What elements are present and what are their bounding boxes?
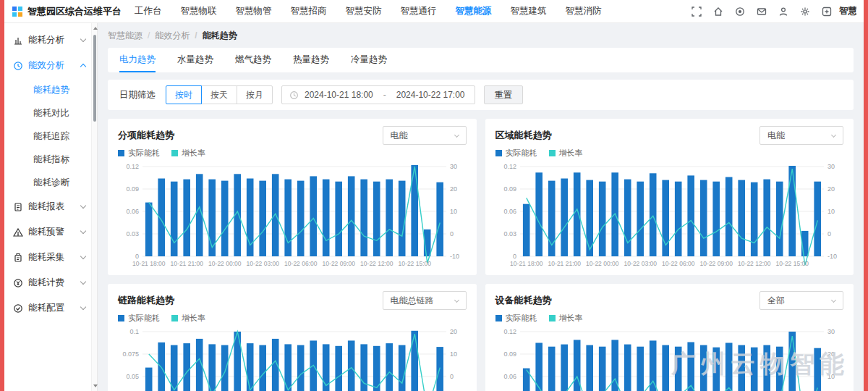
svg-text:0.06: 0.06 (503, 373, 516, 380)
topbar-actions (692, 7, 832, 17)
sidebar-item-energy-index[interactable]: 能耗指标 (4, 148, 91, 171)
date-range-picker[interactable]: 2024-10-21 18:00 - 2024-10-22 17:00 (281, 85, 475, 104)
sidebar-item-energy-diagnose[interactable]: 能耗诊断 (4, 171, 91, 194)
svg-text:20: 20 (450, 185, 457, 193)
granularity-month-button[interactable]: 按月 (237, 85, 273, 104)
svg-text:10: 10 (827, 373, 835, 380)
bar-swatch-icon (118, 315, 124, 321)
monitor-icon[interactable] (735, 7, 745, 17)
sidebar-group-energy-report[interactable]: 能耗报表 (4, 194, 91, 219)
svg-text:0.12: 0.12 (503, 328, 516, 335)
mail-icon[interactable] (757, 7, 767, 17)
tab-water-trend[interactable]: 水量趋势 (177, 48, 213, 72)
svg-text:10-22 03:00: 10-22 03:00 (247, 260, 280, 267)
sidebar-scrollbar[interactable] (91, 23, 98, 391)
filter-bar: 日期筛选 按时 按天 按月 2024-10-21 18:00 - 2024-10… (108, 80, 854, 110)
chevron-down-icon (80, 279, 86, 285)
svg-text:10-22 15:00: 10-22 15:00 (399, 260, 432, 267)
energy-type-select[interactable]: 电能 (383, 126, 467, 145)
sidebar-group-energy-config[interactable]: 能耗配置 (4, 295, 91, 321)
granularity-day-button[interactable]: 按天 (201, 85, 237, 104)
fullscreen-icon[interactable] (692, 7, 702, 17)
date-start-value: 2024-10-21 18:00 (305, 90, 373, 100)
legend-actual-energy[interactable]: 实际能耗 (118, 148, 160, 159)
svg-text:10-22 12:00: 10-22 12:00 (360, 260, 393, 267)
granularity-hour-button[interactable]: 按时 (166, 85, 202, 104)
sidebar-group-energy-alert[interactable]: 能耗预警 (4, 219, 91, 245)
nav-workbench[interactable]: 工作台 (135, 5, 162, 17)
nav-smart-building[interactable]: 智慧建筑 (511, 5, 547, 17)
svg-text:0: 0 (450, 230, 454, 237)
tab-gas-trend[interactable]: 燃气趋势 (235, 48, 271, 72)
nav-smart-fire[interactable]: 智慧消防 (566, 5, 602, 17)
chart-card-link-energy: 链路能耗趋势 电能总链路 实际能耗 增长率 00.0250.050.0750.1… (108, 284, 477, 391)
user-icon[interactable] (778, 7, 788, 17)
line-swatch-icon (171, 315, 178, 321)
charts-grid: 分项能耗趋势 电能 实际能耗 增长率 00.030.060.090.12-100… (108, 119, 854, 391)
date-separator: - (383, 90, 386, 100)
chart-legend: 实际能耗 增长率 (495, 146, 844, 159)
main-content: 智慧能源 能效分析 能耗趋势 电力趋势 水量趋势 燃气趋势 热量趋势 冷量趋势 … (98, 23, 864, 391)
legend-growth-rate[interactable]: 增长率 (171, 313, 205, 324)
sidebar-group-efficiency-analysis[interactable]: 能效分析 (4, 53, 91, 78)
chart-legend: 实际能耗 增长率 (118, 311, 467, 324)
nav-smart-access[interactable]: 智慧通行 (401, 5, 437, 17)
breadcrumb-efficiency[interactable]: 能效分析 (142, 30, 190, 42)
legend-growth-rate[interactable]: 增长率 (549, 313, 583, 324)
svg-text:20: 20 (827, 185, 835, 193)
scroll-down-arrow-icon[interactable] (93, 384, 98, 387)
svg-text:0: 0 (135, 253, 139, 260)
chart-card-subitem-energy: 分项能耗趋势 电能 实际能耗 增长率 00.030.060.090.12-100… (108, 119, 477, 275)
sidebar-item-energy-trace[interactable]: 能耗追踪 (4, 125, 91, 148)
screen-border-left (0, 0, 4, 391)
nav-smart-property[interactable]: 智慧物管 (236, 5, 272, 17)
svg-text:20: 20 (827, 350, 835, 358)
chevron-down-icon (80, 203, 86, 209)
link-select[interactable]: 电能总链路 (383, 291, 467, 310)
nav-smart-iot[interactable]: 智慧物联 (181, 5, 217, 17)
tab-electric-trend[interactable]: 电力趋势 (119, 48, 156, 72)
breadcrumb-energy[interactable]: 智慧能源 (108, 30, 142, 42)
sidebar-group-energy-analysis[interactable]: 能耗分析 (4, 28, 91, 53)
reset-button[interactable]: 重置 (484, 85, 523, 104)
svg-text:0.09: 0.09 (503, 350, 516, 358)
trend-tabs: 电力趋势 水量趋势 燃气趋势 热量趋势 冷量趋势 (108, 48, 854, 72)
scroll-up-arrow-icon[interactable] (93, 27, 98, 30)
nav-smart-leasing[interactable]: 智慧招商 (291, 5, 327, 17)
energy-type-select[interactable]: 电能 (760, 126, 843, 145)
app-logo-icon (12, 6, 23, 17)
apps-grid-icon[interactable] (822, 7, 832, 17)
alert-icon (13, 227, 23, 237)
sidebar-item-energy-compare[interactable]: 能耗对比 (4, 101, 91, 125)
svg-text:10-22 12:00: 10-22 12:00 (738, 260, 771, 267)
topbar-truncated-nav[interactable]: 智慧园区 (839, 5, 856, 17)
svg-text:0: 0 (450, 373, 454, 380)
svg-text:20: 20 (450, 328, 457, 335)
nav-smart-energy[interactable]: 智慧能源 (456, 5, 492, 17)
tab-heat-trend[interactable]: 热量趋势 (293, 48, 329, 72)
sidebar-item-energy-trend[interactable]: 能耗趋势 (4, 78, 91, 101)
bar-line-chart: 00.0250.050.0750.1-20-100102010-21 18:00… (118, 326, 467, 391)
scrollbar-thumb[interactable] (93, 35, 96, 122)
sidebar-group-energy-billing[interactable]: 能耗计费 (4, 270, 91, 295)
home-icon[interactable] (713, 7, 723, 17)
clock-icon (13, 61, 23, 71)
svg-text:0.03: 0.03 (503, 230, 516, 237)
svg-text:0.12: 0.12 (503, 163, 516, 170)
tab-cooling-trend[interactable]: 冷量趋势 (351, 48, 387, 72)
chart-title: 设备能耗趋势 (495, 294, 552, 307)
device-select[interactable]: 全部 (760, 291, 843, 310)
legend-actual-energy[interactable]: 实际能耗 (495, 148, 537, 159)
legend-growth-rate[interactable]: 增长率 (171, 148, 205, 159)
settings-gear-icon[interactable] (800, 7, 810, 17)
legend-growth-rate[interactable]: 增长率 (549, 148, 583, 159)
sidebar-group-energy-collect[interactable]: 能耗采集 (4, 245, 91, 270)
line-swatch-icon (549, 150, 556, 156)
date-filter-label: 日期筛选 (119, 89, 156, 101)
svg-text:10-22 03:00: 10-22 03:00 (624, 260, 657, 267)
legend-actual-energy[interactable]: 实际能耗 (118, 313, 160, 324)
nav-smart-security[interactable]: 智慧安防 (346, 5, 382, 17)
legend-actual-energy[interactable]: 实际能耗 (495, 313, 537, 324)
svg-text:10: 10 (827, 208, 835, 215)
chart-legend: 实际能耗 增长率 (118, 146, 467, 159)
